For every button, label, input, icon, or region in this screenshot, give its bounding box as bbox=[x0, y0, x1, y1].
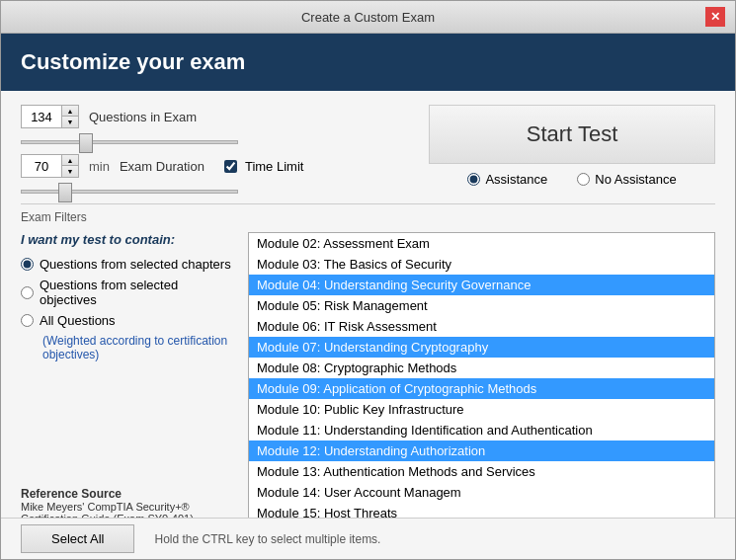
duration-spinner[interactable]: 70 ▲ ▼ bbox=[21, 154, 79, 178]
module-item[interactable]: Module 03: The Basics of Security bbox=[249, 254, 714, 275]
filter-objectives-label: Questions from selected objectives bbox=[40, 278, 238, 307]
time-limit-checkbox[interactable] bbox=[224, 160, 237, 173]
filters-section: I want my test to contain: Questions fro… bbox=[21, 232, 715, 518]
module-item[interactable]: Module 13: Authentication Methods and Se… bbox=[249, 461, 714, 482]
questions-increment[interactable]: ▲ bbox=[62, 106, 78, 117]
duration-slider-track bbox=[21, 190, 238, 194]
no-assistance-option[interactable]: No Assistance bbox=[577, 172, 676, 187]
filter-options: I want my test to contain: Questions fro… bbox=[21, 232, 238, 518]
filter-chapters[interactable]: Questions from selected chapters bbox=[21, 257, 238, 272]
duration-input[interactable]: 70 bbox=[22, 157, 61, 176]
questions-slider-thumb[interactable] bbox=[79, 133, 93, 153]
filter-objectives[interactable]: Questions from selected objectives bbox=[21, 278, 238, 307]
duration-slider-thumb[interactable] bbox=[58, 183, 72, 202]
duration-label: Exam Duration bbox=[120, 159, 204, 174]
filter-title: I want my test to contain: bbox=[21, 232, 238, 247]
start-test-button[interactable]: Start Test bbox=[429, 105, 715, 164]
filter-objectives-radio[interactable] bbox=[21, 286, 34, 299]
duration-slider-container bbox=[21, 190, 238, 194]
questions-decrement[interactable]: ▼ bbox=[62, 117, 78, 127]
no-assistance-radio[interactable] bbox=[577, 173, 590, 186]
assistance-option[interactable]: Assistance bbox=[467, 172, 547, 187]
filter-all[interactable]: All Questions bbox=[21, 313, 238, 328]
module-list-outer: Module 02: Assessment ExamModule 03: The… bbox=[248, 232, 715, 518]
assistance-label: Assistance bbox=[485, 172, 547, 187]
module-item[interactable]: Module 07: Understanding Cryptography bbox=[249, 337, 714, 358]
module-item[interactable]: Module 12: Understanding Authorization bbox=[249, 440, 714, 461]
duration-decrement[interactable]: ▼ bbox=[62, 166, 78, 177]
module-item[interactable]: Module 02: Assessment Exam bbox=[249, 233, 714, 254]
close-button[interactable]: ✕ bbox=[705, 7, 725, 27]
questions-row: 134 ▲ ▼ Questions in Exam bbox=[21, 105, 409, 128]
exam-filters-section-label: Exam Filters bbox=[21, 203, 715, 224]
questions-label: Questions in Exam bbox=[89, 110, 197, 124]
weighted-note: (Weighted according to certification obj… bbox=[42, 334, 238, 361]
ctrl-hint: Hold the CTRL key to select multiple ite… bbox=[154, 532, 380, 546]
questions-slider-container bbox=[21, 140, 238, 144]
questions-slider-track bbox=[21, 140, 238, 144]
module-list[interactable]: Module 02: Assessment ExamModule 03: The… bbox=[249, 233, 714, 518]
module-item[interactable]: Module 06: IT Risk Assessment bbox=[249, 316, 714, 337]
no-assistance-label: No Assistance bbox=[595, 172, 676, 187]
select-all-button[interactable]: Select All bbox=[21, 524, 134, 553]
questions-input[interactable]: 134 bbox=[22, 108, 61, 126]
filter-all-label: All Questions bbox=[40, 313, 116, 328]
module-item[interactable]: Module 15: Host Threats bbox=[249, 503, 714, 518]
module-item[interactable]: Module 09: Application of Cryptographic … bbox=[249, 378, 714, 399]
module-item[interactable]: Module 10: Public Key Infrastructure bbox=[249, 399, 714, 420]
filter-all-radio[interactable] bbox=[21, 314, 34, 327]
header-title: Customize your exam bbox=[21, 49, 245, 74]
reference-title: Reference Source bbox=[21, 487, 122, 501]
module-item[interactable]: Module 05: Risk Management bbox=[249, 295, 714, 316]
module-list-scroll: Module 02: Assessment ExamModule 03: The… bbox=[248, 232, 715, 518]
questions-spinner-buttons: ▲ ▼ bbox=[61, 106, 78, 127]
module-item[interactable]: Module 04: Understanding Security Govern… bbox=[249, 275, 714, 295]
left-controls: 134 ▲ ▼ Questions in Exam bbox=[21, 105, 409, 194]
reference-section: Reference Source Mike Meyers' CompTIA Se… bbox=[21, 487, 238, 518]
assistance-radio-group: Assistance No Assistance bbox=[467, 172, 676, 187]
time-limit-row: Time Limit bbox=[224, 159, 303, 174]
duration-increment[interactable]: ▲ bbox=[62, 155, 78, 166]
title-bar: Create a Custom Exam ✕ bbox=[1, 1, 735, 34]
module-item[interactable]: Module 14: User Account Managem bbox=[249, 482, 714, 503]
duration-spinner-buttons: ▲ ▼ bbox=[61, 155, 78, 177]
module-item[interactable]: Module 11: Understanding Identification … bbox=[249, 420, 714, 440]
duration-unit: min bbox=[89, 159, 110, 174]
duration-row: 70 ▲ ▼ min Exam Duration Time Limit bbox=[21, 154, 409, 178]
filter-chapters-label: Questions from selected chapters bbox=[40, 257, 231, 272]
top-section: 134 ▲ ▼ Questions in Exam bbox=[21, 105, 715, 194]
time-limit-label[interactable]: Time Limit bbox=[245, 159, 303, 174]
main-window: Create a Custom Exam ✕ Customize your ex… bbox=[0, 0, 736, 560]
assistance-radio[interactable] bbox=[467, 173, 480, 186]
right-panel: Start Test Assistance No Assistance bbox=[429, 105, 715, 194]
reference-text: Mike Meyers' CompTIA Security+® Certific… bbox=[21, 501, 194, 518]
questions-spinner[interactable]: 134 ▲ ▼ bbox=[21, 105, 79, 128]
filter-chapters-radio[interactable] bbox=[21, 258, 34, 271]
window-title: Create a Custom Exam bbox=[31, 10, 705, 25]
content-area: 134 ▲ ▼ Questions in Exam bbox=[1, 91, 735, 518]
module-item[interactable]: Module 08: Cryptographic Methods bbox=[249, 358, 714, 378]
header-band: Customize your exam bbox=[1, 34, 735, 91]
bottom-bar: Select All Hold the CTRL key to select m… bbox=[1, 518, 735, 559]
